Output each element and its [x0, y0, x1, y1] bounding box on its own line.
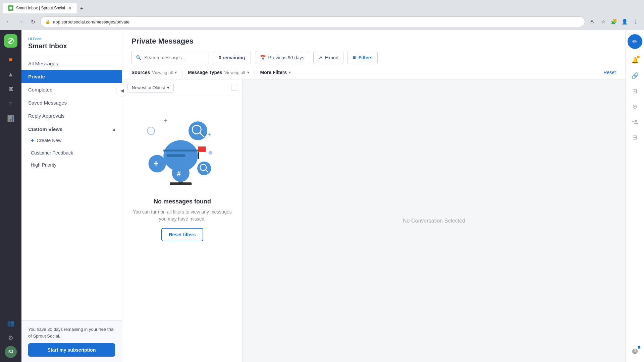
bell-icon[interactable]: 🔔 — [628, 54, 642, 67]
messages-area: Newest to Oldest ▾ + + — [122, 79, 625, 362]
active-tab[interactable]: Smart Inbox | Sprout Social ✕ — [3, 3, 77, 13]
add-box-icon[interactable]: ⊕ — [628, 100, 642, 113]
bookmark-icon[interactable]: ☆ — [598, 17, 608, 26]
conversation-panel: No Conversation Selected — [243, 79, 625, 362]
export-button[interactable]: ↗ Export — [313, 51, 343, 64]
create-new-item[interactable]: + Create New — [21, 134, 122, 147]
tab-title: Smart Inbox | Sprout Social — [16, 6, 65, 10]
tab-close-btn[interactable]: ✕ — [68, 5, 72, 11]
browser-toolbar-actions: ⇱ ☆ 🧩 👤 ⋮ — [588, 17, 640, 26]
search-icon: 🔍 — [136, 55, 142, 60]
help-icon[interactable] — [628, 345, 642, 358]
rail-icon-inbox[interactable]: ✉ — [4, 82, 17, 96]
breadcrumb-link[interactable]: UI Feed — [28, 37, 41, 41]
sidebar: UI Feed Smart Inbox All Messages Private… — [21, 30, 122, 362]
message-types-chevron: ▾ — [247, 70, 249, 75]
filter-divider-1 — [182, 71, 182, 78]
sidebar-footer: You have 30 days remaining in your free … — [21, 320, 122, 362]
reset-filters-button[interactable]: Reset filters — [161, 228, 203, 241]
cast-icon[interactable]: ⇱ — [588, 17, 597, 26]
svg-point-12 — [189, 121, 207, 140]
sidebar-collapse-button[interactable]: ◀ — [116, 84, 128, 97]
messages-empty-state: + + — [122, 96, 243, 362]
empty-desc: You can turn on all filters to view any … — [129, 208, 236, 223]
nav-item-all-messages[interactable]: All Messages — [21, 57, 122, 70]
main-toolbar: 🔍 0 remaining 📅 Previous 90 days ↗ Expor… — [131, 51, 616, 64]
sources-chevron: ▾ — [175, 70, 177, 75]
svg-rect-11 — [166, 154, 185, 157]
rail-avatar[interactable]: SJ — [5, 346, 17, 358]
sprout-logo[interactable] — [4, 34, 17, 48]
svg-text:#: # — [177, 170, 181, 177]
main-header: Private Messages 🔍 0 remaining 📅 Previou… — [122, 30, 625, 79]
filters-label: Filters — [359, 55, 373, 60]
calendar-icon: 📅 — [260, 55, 266, 60]
sources-label: Sources — [131, 70, 150, 75]
link-icon[interactable]: 🔗 — [628, 69, 642, 82]
custom-view-high-priority[interactable]: High Priority — [21, 159, 122, 171]
rail-icon-people[interactable]: 👥 — [4, 316, 17, 330]
filter-row: Sources Viewing all ▾ Message Types View… — [131, 70, 616, 79]
custom-views-section[interactable]: Custom Views ▴ — [21, 122, 122, 134]
rail-icon-reports[interactable]: 📊 — [4, 112, 17, 125]
back-button[interactable]: ← — [4, 17, 13, 26]
custom-views-chevron: ▴ — [113, 127, 115, 132]
rail-icon-publish[interactable]: ▲ — [4, 68, 17, 81]
sources-sub: Viewing all — [152, 70, 173, 75]
custom-views-label: Custom Views — [28, 126, 62, 132]
help-badge — [638, 346, 640, 349]
rail-icon-settings[interactable]: ⚙ — [4, 331, 17, 345]
reset-link[interactable]: Reset — [603, 70, 616, 79]
person-add-icon[interactable] — [628, 115, 642, 129]
sort-chevron: ▾ — [167, 85, 169, 90]
empty-title: No messages found — [154, 198, 211, 205]
grid-icon[interactable]: ⊞ — [628, 84, 642, 98]
custom-view-customer-feedback[interactable]: Customer Feedback — [21, 147, 122, 159]
date-range-button[interactable]: 📅 Previous 90 days — [255, 51, 309, 64]
forward-button[interactable]: → — [16, 17, 25, 26]
table-icon[interactable]: ⊟ — [628, 131, 642, 144]
subscribe-button[interactable]: Start my subscription — [28, 343, 115, 357]
sources-filter[interactable]: Sources Viewing all ▾ — [131, 70, 177, 79]
create-new-label: Create New — [37, 138, 61, 143]
sort-label: Newest to Oldest — [132, 85, 165, 90]
message-types-sub: Viewing all — [224, 70, 245, 75]
sidebar-title: Smart Inbox — [28, 42, 115, 50]
message-types-filter[interactable]: Message Types Viewing all ▾ — [188, 70, 249, 79]
profile-icon[interactable]: 👤 — [620, 17, 629, 26]
sort-select[interactable]: Newest to Oldest ▾ — [127, 83, 174, 93]
sidebar-nav: All Messages Private Completed Saved Mes… — [21, 54, 122, 320]
compose-button[interactable]: ✏ — [628, 34, 642, 49]
nav-label-private: Private — [28, 74, 45, 79]
rail-icon-feed[interactable]: ■ — [4, 53, 17, 66]
nav-item-private[interactable]: Private — [21, 70, 122, 83]
nav-item-completed[interactable]: Completed — [21, 83, 122, 96]
filters-icon: ≡ — [353, 55, 356, 61]
svg-text:+: + — [153, 158, 158, 168]
page-title: Private Messages — [131, 37, 616, 46]
new-tab-button[interactable]: + — [77, 4, 87, 13]
more-filters[interactable]: More Filters ▾ — [260, 70, 291, 79]
high-priority-label: High Priority — [31, 162, 56, 168]
remaining-count: 0 remaining — [219, 55, 245, 60]
sidebar-wrapper: UI Feed Smart Inbox All Messages Private… — [21, 30, 122, 362]
select-all-checkbox[interactable] — [231, 85, 237, 91]
nav-item-saved-messages[interactable]: Saved Messages — [21, 96, 122, 109]
svg-point-19 — [197, 162, 211, 175]
url-text: app.sproutsocial.com/messages/private — [53, 19, 580, 24]
nav-item-reply-approvals[interactable]: Reply Approvals — [21, 109, 122, 122]
refresh-button[interactable]: ↻ — [28, 17, 38, 26]
address-bar[interactable]: 🔒 app.sproutsocial.com/messages/private — [40, 16, 585, 27]
main-content: Private Messages 🔍 0 remaining 📅 Previou… — [122, 30, 625, 362]
remaining-button[interactable]: 0 remaining — [213, 51, 251, 64]
search-box[interactable]: 🔍 — [131, 51, 209, 64]
message-types-label: Message Types — [188, 70, 222, 75]
rail-icon-tasks[interactable]: ≡ — [4, 97, 17, 111]
search-input[interactable] — [144, 55, 205, 60]
customer-feedback-label: Customer Feedback — [31, 150, 73, 156]
extensions-icon[interactable]: 🧩 — [609, 17, 619, 26]
browser-menu-icon[interactable]: ⋮ — [631, 17, 640, 26]
filters-button[interactable]: ≡ Filters — [347, 51, 377, 64]
messages-list-toolbar: Newest to Oldest ▾ — [122, 79, 243, 96]
svg-rect-6 — [163, 149, 198, 152]
